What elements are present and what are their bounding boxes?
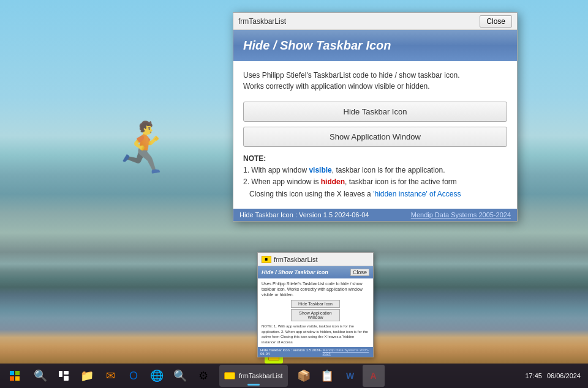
note-hidden-highlight: hidden — [321, 177, 345, 186]
desktop: 🏃 frmTaskbarList Close Hide / Show Taskb… — [0, 0, 588, 388]
svg-rect-1 — [15, 371, 20, 375]
preview-body: Uses Philipp Stiefel's TaskbarList code … — [258, 278, 373, 347]
taskbar-icon-outlook[interactable]: O — [123, 365, 145, 387]
preview-desc: Uses Philipp Stiefel's TaskbarList code … — [262, 281, 369, 297]
preview-title-text: frmTaskbarList — [274, 256, 318, 263]
dialog-titlebar-text: frmTaskbarList — [238, 17, 286, 26]
main-dialog: frmTaskbarList Close Hide / Show Taskbar… — [233, 12, 518, 222]
note-2: When app window is hidden, taskbar icon … — [243, 177, 461, 198]
preview-icon: ■ — [262, 256, 271, 263]
note-visible-highlight: visible — [309, 166, 331, 174]
svg-rect-5 — [64, 371, 69, 375]
preview-footer-right[interactable]: Mendip Data Systems 2005-2024 — [323, 348, 371, 356]
taskbar-icon-explorer[interactable]: 📁 — [76, 365, 98, 387]
taskbar-right: 17:45 06/06/2024 — [525, 372, 586, 379]
taskbar-active-item[interactable]: frmTaskbarList — [219, 365, 288, 387]
footer-company-link[interactable]: Mendip Data Systems 2005-2024 — [411, 211, 511, 218]
taskbar-icon-settings[interactable]: ⚙ — [192, 365, 214, 387]
taskbar-icon-taskview[interactable] — [53, 365, 75, 387]
taskbar-icon-notepad[interactable]: 📋 — [316, 365, 338, 387]
dialog-footer: Hide Taskbar Icon : Version 1.5 2024-06-… — [233, 209, 517, 221]
note-1: With app window visible, taskbar icon is… — [251, 166, 445, 174]
desc-line1: Uses Philipp Stiefel's TaskbarList code … — [243, 71, 460, 80]
footer-version-text: Hide Taskbar Icon : Version 1.5 2024-06-… — [239, 211, 369, 218]
preview-show-btn[interactable]: Show Application Window — [291, 309, 340, 321]
preview-footer: Hide Taskbar Icon : Version 1.5 2024-06-… — [258, 347, 373, 357]
svg-rect-3 — [15, 376, 20, 381]
dialog-header: Hide / Show Taskbar Icon — [233, 30, 517, 61]
taskbar-preview-popup: ■ frmTaskbarList Hide / Show Taskbar Ico… — [257, 252, 374, 357]
preview-hide-btn[interactable]: Hide Taskbar Icon — [291, 300, 340, 308]
taskbar-icon-mail[interactable]: ✉ — [99, 365, 121, 387]
taskbar-icons: 🔍 📁 ✉ O 🌐 🔍 ⚙ — [29, 365, 214, 387]
close-button[interactable]: Close — [480, 15, 512, 28]
taskbar-time: 17:45 — [525, 372, 542, 379]
taskbar-icon-search2[interactable]: 🔍 — [169, 365, 191, 387]
note-instance-highlight: 'hidden instance' of Access — [373, 190, 461, 198]
svg-rect-2 — [10, 376, 14, 381]
taskbar-more-icons: 📦 📋 W A — [293, 365, 385, 387]
taskbar-icon-teams[interactable]: 📦 — [293, 365, 315, 387]
preview-close-button[interactable]: Close — [350, 269, 369, 276]
start-button[interactable] — [2, 365, 27, 387]
svg-rect-0 — [10, 371, 14, 375]
hide-taskbar-icon-button[interactable]: Hide Taskbar Icon — [243, 102, 507, 122]
show-application-window-button[interactable]: Show Application Window — [243, 127, 507, 147]
taskbar-active-icon — [224, 372, 235, 379]
runner-decoration: 🏃 — [113, 119, 175, 177]
dialog-header-title: Hide / Show Taskbar Icon — [243, 39, 507, 53]
taskbar-icon-search[interactable]: 🔍 — [29, 365, 51, 387]
taskbar: 🔍 📁 ✉ O 🌐 🔍 ⚙ frmTaskbarList 📦 📋 — [0, 364, 588, 388]
taskbar-icon-edge[interactable]: 🌐 — [146, 365, 168, 387]
dialog-body: Uses Philipp Stiefel's TaskbarList code … — [233, 61, 517, 209]
preview-header: Hide / Show Taskbar Icon Close — [258, 266, 373, 278]
preview-footer-left: Hide Taskbar Icon : Version 1.5 2024-06-… — [260, 348, 323, 356]
preview-note: NOTE: 1. With app window visible, taskba… — [262, 324, 369, 345]
dialog-titlebar: frmTaskbarList Close — [233, 13, 517, 30]
dialog-note: NOTE: 1. With app window visible, taskba… — [243, 153, 507, 200]
desc-line2: Works correctly with application window … — [243, 82, 430, 91]
taskbar-icon-access[interactable]: A — [363, 365, 385, 387]
preview-header-text: Hide / Show Taskbar Icon — [262, 269, 328, 275]
note-label: NOTE: — [243, 154, 266, 163]
preview-titlebar: ■ frmTaskbarList — [258, 253, 373, 266]
svg-rect-6 — [64, 376, 69, 381]
dialog-description: Uses Philipp Stiefel's TaskbarList code … — [243, 70, 507, 92]
svg-rect-4 — [59, 371, 62, 377]
taskbar-icon-word[interactable]: W — [339, 365, 361, 387]
taskbar-date: 06/06/2024 — [547, 372, 581, 379]
taskbar-active-label: frmTaskbarList — [239, 372, 283, 379]
